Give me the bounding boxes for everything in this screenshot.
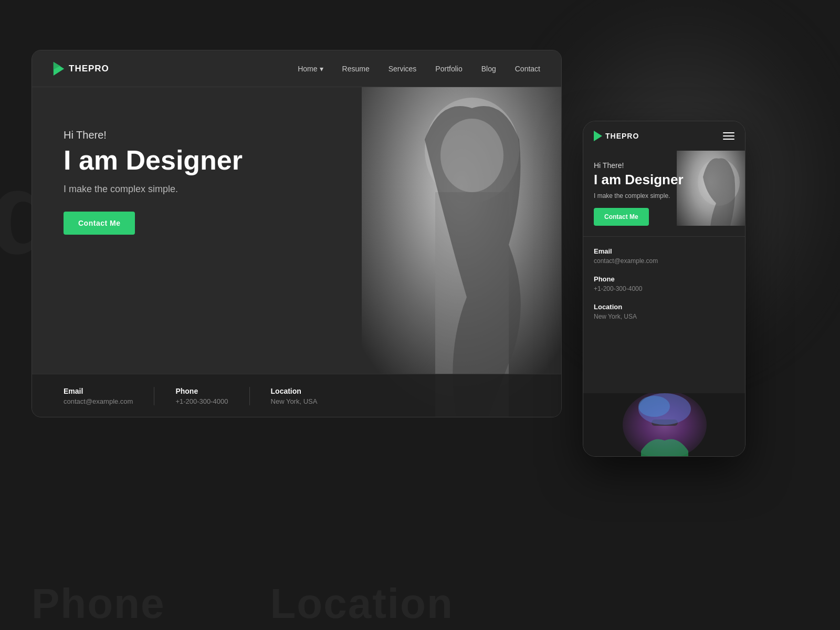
footer-phone-value: +1-200-300-4000 bbox=[175, 397, 228, 405]
mobile-logo-text: THEPRO bbox=[605, 132, 639, 140]
desktop-navbar: THEPRO Home ▾ Resume Services Portfolio … bbox=[32, 50, 561, 87]
mobile-contact-info-section: Email contact@example.com Phone +1-200-3… bbox=[583, 236, 745, 341]
svg-point-5 bbox=[440, 119, 503, 192]
svg-marker-6 bbox=[594, 131, 602, 141]
mobile-phone-value: +1-200-300-4000 bbox=[594, 285, 734, 292]
nav-item-portfolio[interactable]: Portfolio bbox=[435, 65, 462, 73]
nav-item-resume[interactable]: Resume bbox=[342, 65, 370, 73]
hamburger-line-3 bbox=[723, 139, 734, 140]
footer-phone-label: Phone bbox=[175, 387, 228, 395]
desktop-hero-portrait bbox=[362, 87, 561, 417]
footer-location-item: Location New York, USA bbox=[271, 387, 339, 405]
svg-point-13 bbox=[638, 396, 670, 417]
footer-phone-item: Phone +1-200-300-4000 bbox=[175, 387, 249, 405]
hamburger-line-2 bbox=[723, 135, 734, 136]
ghost-text-location: Location bbox=[270, 580, 453, 628]
mobile-bottom-portrait bbox=[583, 393, 745, 456]
desktop-logo[interactable]: THEPRO bbox=[53, 62, 109, 76]
portrait-svg bbox=[362, 87, 561, 417]
footer-location-value: New York, USA bbox=[271, 397, 318, 405]
mobile-navbar: THEPRO bbox=[583, 121, 745, 151]
mobile-bottom-portrait-svg bbox=[583, 393, 745, 456]
mobile-hero-section: Hi There! I am Designer I make the compl… bbox=[583, 151, 745, 226]
mobile-mockup: THEPRO Hi Ther bbox=[583, 121, 746, 457]
mobile-email-value: contact@example.com bbox=[594, 257, 734, 265]
nav-item-home[interactable]: Home ▾ bbox=[298, 65, 323, 73]
mobile-location-label: Location bbox=[594, 303, 734, 311]
desktop-hero-greeting: Hi There! bbox=[64, 129, 243, 141]
ghost-text-phone: Phone bbox=[32, 580, 165, 628]
mobile-phone-item: Phone +1-200-300-4000 bbox=[594, 275, 734, 292]
desktop-content-area: Hi There! I am Designer I make the compl… bbox=[32, 87, 561, 417]
desktop-nav-links: Home ▾ Resume Services Portfolio Blog Co… bbox=[298, 65, 540, 73]
mobile-email-label: Email bbox=[594, 247, 734, 255]
mobile-logo[interactable]: THEPRO bbox=[594, 131, 639, 141]
footer-email-value: contact@example.com bbox=[64, 397, 133, 405]
mobile-location-item: Location New York, USA bbox=[594, 303, 734, 320]
desktop-footer-info: Email contact@example.com Phone +1-200-3… bbox=[32, 374, 561, 417]
nav-item-blog[interactable]: Blog bbox=[481, 65, 496, 73]
mobile-location-value: New York, USA bbox=[594, 313, 734, 320]
mobile-email-item: Email contact@example.com bbox=[594, 247, 734, 265]
nav-item-services[interactable]: Services bbox=[388, 65, 417, 73]
hamburger-line-1 bbox=[723, 132, 734, 133]
desktop-hero-section: Hi There! I am Designer I make the compl… bbox=[64, 129, 243, 235]
footer-email-item: Email contact@example.com bbox=[64, 387, 154, 405]
mobile-phone-label: Phone bbox=[594, 275, 734, 283]
desktop-contact-me-button[interactable]: Contact Me bbox=[64, 212, 135, 235]
hamburger-menu-button[interactable] bbox=[723, 132, 734, 140]
mobile-hero-title: I am Designer bbox=[594, 172, 734, 188]
desktop-logo-text: THEPRO bbox=[69, 64, 109, 74]
desktop-hero-title: I am Designer bbox=[64, 145, 243, 175]
footer-location-label: Location bbox=[271, 387, 318, 395]
desktop-hero-subtitle: I make the complex simple. bbox=[64, 184, 243, 195]
mobile-hero-subtitle: I make the complex simple. bbox=[594, 192, 683, 200]
footer-email-label: Email bbox=[64, 387, 133, 395]
background-ghost-bottom: Phone Location bbox=[0, 578, 840, 630]
nav-item-contact[interactable]: Contact bbox=[515, 65, 540, 73]
desktop-mockup: THEPRO Home ▾ Resume Services Portfolio … bbox=[32, 50, 562, 417]
mobile-logo-icon bbox=[594, 131, 602, 141]
mobile-hero-greeting: Hi There! bbox=[594, 161, 734, 170]
logo-icon bbox=[53, 62, 65, 76]
mobile-contact-me-button[interactable]: Contact Me bbox=[594, 208, 649, 226]
